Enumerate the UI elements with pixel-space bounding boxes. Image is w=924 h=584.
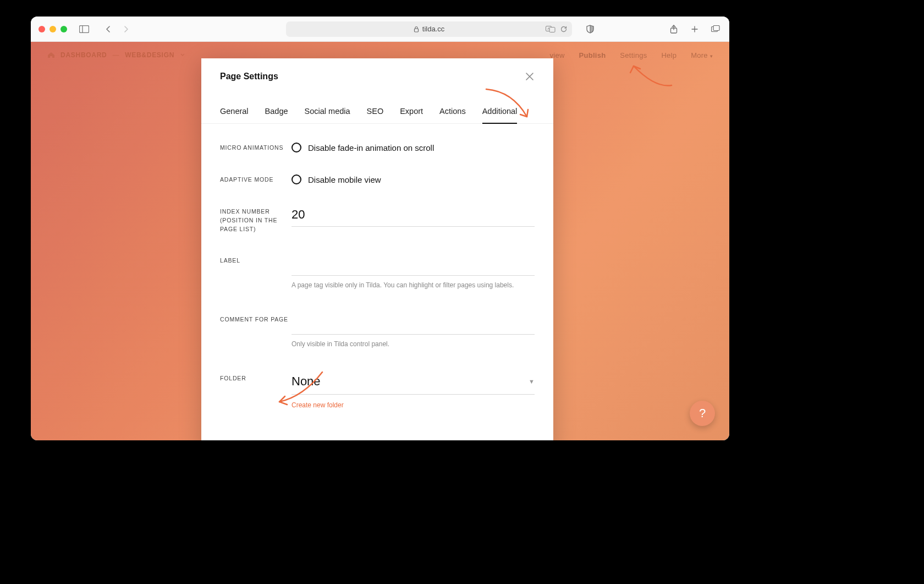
nav-back-icon[interactable] (102, 23, 114, 35)
tab-actions[interactable]: Actions (439, 107, 466, 123)
option-disable-fade-in[interactable]: Disable fade-in animation on scroll (292, 143, 535, 152)
window-zoom[interactable] (61, 26, 67, 32)
url-bar[interactable]: tilda.cc A (286, 21, 572, 37)
tab-export[interactable]: Export (400, 107, 423, 123)
lock-icon (414, 26, 419, 32)
label-hint: A page tag visible only in Tilda. You ca… (292, 281, 535, 289)
svg-text:A: A (547, 27, 549, 30)
window-minimize[interactable] (50, 26, 56, 32)
svg-rect-8 (713, 25, 719, 30)
nav-forward-icon[interactable] (120, 23, 132, 35)
url-host: tilda.cc (422, 25, 444, 33)
app-background: DASHBOARD — WEB&DESIGN view Publish Sett… (31, 42, 729, 440)
modal-title: Page Settings (220, 72, 278, 81)
home-icon[interactable] (47, 52, 55, 58)
breadcrumb-dashboard[interactable]: DASHBOARD (61, 51, 107, 59)
svg-rect-2 (414, 29, 418, 32)
page-settings-modal: Page Settings General Badge Social media… (201, 58, 553, 440)
chevron-down-icon[interactable] (180, 53, 185, 57)
close-button[interactable] (525, 72, 535, 81)
window-controls (38, 26, 67, 32)
nav-settings[interactable]: Settings (620, 51, 647, 59)
nav-publish[interactable]: Publish (579, 51, 606, 59)
label-folder: FOLDER (220, 373, 292, 410)
label-micro-animations: MICRO ANIMATIONS (220, 143, 292, 152)
share-icon[interactable] (668, 23, 680, 35)
help-fab-label: ? (699, 406, 706, 421)
svg-rect-4 (549, 27, 555, 32)
nav-more[interactable]: More ▾ (691, 51, 713, 59)
nav-help[interactable]: Help (661, 51, 676, 59)
comment-input[interactable] (292, 314, 535, 335)
tab-general[interactable]: General (220, 107, 249, 123)
label-comment-for-page: COMMENT FOR PAGE (220, 314, 292, 348)
new-tab-icon[interactable] (689, 23, 701, 35)
index-number-input[interactable] (292, 206, 535, 227)
radio-icon (292, 143, 301, 152)
breadcrumb-project[interactable]: WEB&DESIGN (125, 51, 174, 59)
comment-hint: Only visible in Tilda control panel. (292, 340, 535, 348)
folder-select[interactable]: None ▼ (292, 373, 535, 395)
folder-select-value: None (292, 374, 321, 389)
option-disable-mobile-view-label: Disable mobile view (308, 175, 381, 184)
tab-social-media[interactable]: Social media (305, 107, 350, 123)
sidebar-toggle-icon[interactable] (78, 23, 90, 35)
svg-rect-0 (80, 25, 89, 32)
label-label-field: LABEL (220, 255, 292, 289)
translate-icon[interactable]: A (546, 25, 556, 33)
option-disable-fade-in-label: Disable fade-in animation on scroll (308, 143, 434, 152)
help-fab[interactable]: ? (690, 401, 715, 426)
browser-titlebar: tilda.cc A (31, 17, 729, 42)
radio-icon (292, 174, 301, 184)
label-adaptive-mode: ADAPTIVE MODE (220, 174, 292, 184)
chevron-down-icon: ▼ (529, 378, 535, 385)
modal-tabs: General Badge Social media SEO Export Ac… (201, 107, 553, 124)
reload-icon[interactable] (560, 25, 568, 33)
tab-additional[interactable]: Additional (482, 107, 518, 123)
privacy-shield-icon[interactable] (584, 23, 596, 35)
label-index-number: INDEX NUMBER (POSITION IN THE PAGE LIST) (220, 206, 292, 233)
tabs-overview-icon[interactable] (710, 23, 722, 35)
option-disable-mobile-view[interactable]: Disable mobile view (292, 174, 535, 184)
label-input[interactable] (292, 255, 535, 276)
tab-badge[interactable]: Badge (265, 107, 288, 123)
window-close[interactable] (38, 26, 45, 32)
tab-seo[interactable]: SEO (367, 107, 384, 123)
browser-window: tilda.cc A (31, 17, 729, 440)
close-icon (525, 72, 535, 81)
create-new-folder-link[interactable]: Create new folder (292, 401, 344, 409)
